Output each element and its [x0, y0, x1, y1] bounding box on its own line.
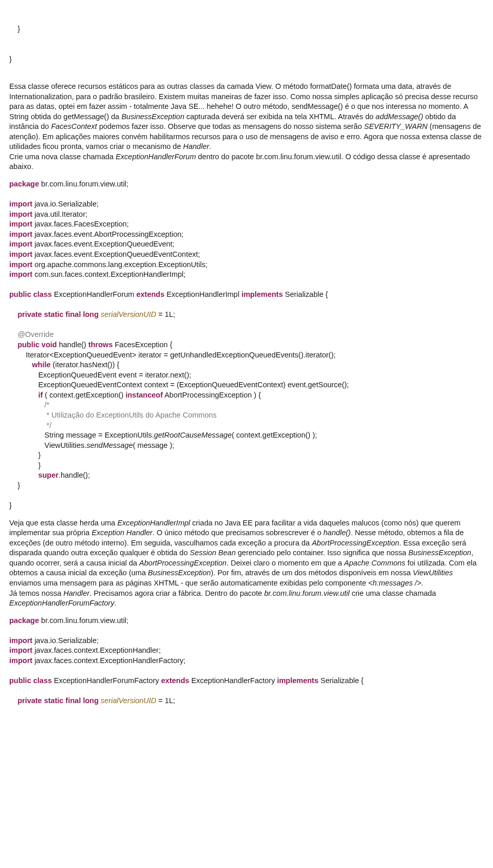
code-line: public class ExceptionHandlerForum exten… — [9, 290, 484, 300]
code-line: import javax.faces.context.ExceptionHand… — [9, 656, 484, 666]
code-line — [9, 320, 484, 330]
code-line: * Utilização do ExceptionUtils do Apache… — [9, 410, 484, 421]
code-line: public class ExceptionHandlerForumFactor… — [9, 676, 484, 686]
code-line — [9, 190, 484, 200]
code-line: } — [9, 461, 484, 471]
code-line: } — [9, 481, 484, 491]
code-line: import java.io.Serializable; — [9, 199, 484, 210]
code-line: public void handle() throws FacesExcepti… — [9, 340, 484, 350]
para1b-text: Crie uma nova classe chamada ExceptionHa… — [9, 153, 470, 171]
code-line: package br.com.linu.forum.view.util; — [9, 179, 484, 190]
code-line: import javax.faces.event.AbortProcessing… — [9, 230, 484, 240]
code-line: private static final long serialVersionU… — [9, 310, 484, 320]
code-line: import com.sun.faces.context.ExceptionHa… — [9, 270, 484, 280]
code-line: import javax.faces.event.ExceptionQueued… — [9, 250, 484, 260]
code-line: package br.com.linu.forum.view.util; — [9, 616, 484, 626]
code-line: import java.io.Serializable; — [9, 636, 484, 646]
code-fragment-top: } } — [9, 4, 484, 74]
code-line — [9, 666, 484, 676]
code-line: if ( context.getException() instanceof A… — [9, 390, 484, 401]
code-line: @Override — [9, 330, 484, 340]
code-line: /* — [9, 400, 484, 410]
para2b-text: Já temos nossa Handler. Precisamos agora… — [9, 589, 436, 608]
paragraph-2: Veja que esta classe herda uma Exception… — [9, 518, 484, 609]
code-line: super.handle(); — [9, 470, 484, 481]
code-line: private static final long serialVersionU… — [9, 696, 484, 706]
code-line — [9, 686, 484, 696]
code-line: import javax.faces.FacesException; — [9, 219, 484, 230]
code-line: */ — [9, 421, 484, 431]
code-line: } — [9, 54, 484, 65]
code-line: } — [9, 501, 484, 511]
code-line: } — [9, 24, 484, 34]
code-line: while (iterator.hasNext()) { — [9, 360, 484, 370]
code-line: ExceptionQueuedEvent event = iterator.ne… — [9, 370, 484, 381]
code-line: ExceptionQueuedEventContext context = (E… — [9, 380, 484, 390]
code-line: ViewUtilities.sendMessage( message ); — [9, 441, 484, 451]
code-line: import javax.faces.event.ExceptionQueued… — [9, 239, 484, 250]
code-line: import java.util.Iterator; — [9, 210, 484, 220]
code-line — [9, 280, 484, 290]
paragraph-1: Essa classe oferece recursos estáticos p… — [9, 82, 484, 172]
code-line: Iterator<ExceptionQueuedEvent> iterator … — [9, 350, 484, 361]
code-block-exceptionhandlerforumfactory: package br.com.linu.forum.view.util; imp… — [9, 616, 484, 706]
code-line: } — [9, 450, 484, 461]
code-line — [9, 490, 484, 501]
code-line — [9, 300, 484, 310]
code-line: String message = ExceptionUtils.getRootC… — [9, 430, 484, 441]
code-block-exceptionhandlerforum: package br.com.linu.forum.view.util; imp… — [9, 179, 484, 511]
code-line — [9, 626, 484, 636]
para2-text: Veja que esta classe herda uma Exception… — [9, 519, 477, 587]
code-line: import javax.faces.context.ExceptionHand… — [9, 646, 484, 656]
code-line: import org.apache.commons.lang.exception… — [9, 260, 484, 270]
para1-text: Essa classe oferece recursos estáticos p… — [9, 82, 482, 150]
